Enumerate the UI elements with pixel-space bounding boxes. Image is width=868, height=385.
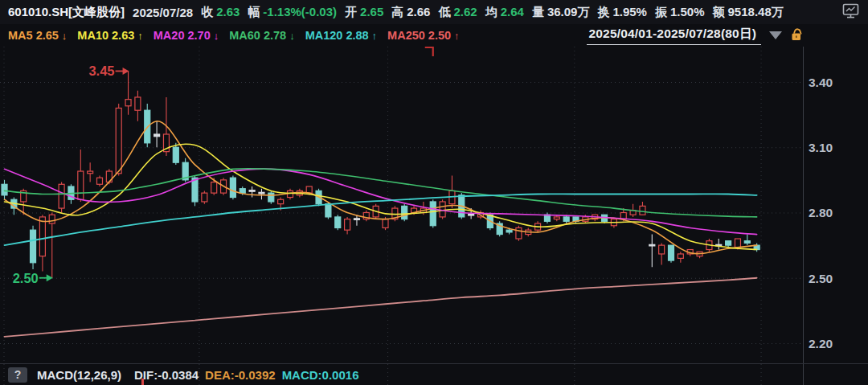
ma-line-ma20 [5,169,757,234]
ma-legend-item[interactable]: MA202.70↓ [154,29,219,42]
date-range-label[interactable]: 2025/04/01-2025/07/28(80日) [587,26,761,45]
date-range-control: 2025/04/01-2025/07/28(80日) [587,26,860,45]
ma-trend-arrow-icon: ↓ [214,30,219,42]
quote-field-label: 换 [597,5,609,20]
quote-field: 开2.65 [345,5,383,20]
candle-body [430,202,436,226]
candle-body [659,245,665,254]
price-annotation-label: 3.45 [88,63,114,78]
candle-body [211,182,217,194]
ma-value: 2.63 [112,29,134,42]
candle-body [97,178,103,184]
ma-legend-item[interactable]: MA102.63↑ [77,29,142,42]
quote-field-label: 低 [438,5,450,20]
ma-legend-item[interactable]: MA602.78↓ [229,29,294,42]
candle-body [469,214,474,215]
macd-dea-value: DEA:-0.0392 [205,368,276,382]
candle-body [354,219,359,220]
unlock-icon[interactable] [790,27,804,44]
candle-body [192,178,198,202]
ma-value: 2.78 [264,29,286,42]
quote-field-value: 2.66 [407,5,430,18]
macd-bar: ? MACD(12,26,9) DIF:-0.0384 DEA:-0.0392 … [0,363,868,385]
quote-field-label: 振 [655,5,667,20]
quote-field: 量36.09万 [532,5,590,20]
ma-legend-item[interactable]: MA2502.50↑ [387,29,459,42]
quote-field: 高2.66 [391,5,430,20]
quote-field-label: 高 [391,5,403,20]
ma-items: MA52.65↓MA102.63↑MA202.70↓MA602.78↓MA120… [8,29,460,42]
macd-histogram-tick [141,379,144,385]
candle-body [116,109,121,174]
quote-field-value: 1.50% [670,5,705,18]
candle-body [125,100,131,106]
candle-body [383,219,388,228]
candle-body [744,241,750,244]
quote-field-value: -1.13%(-0.03) [263,5,337,18]
candle-body [735,239,740,248]
quote-field: 换1.95% [597,5,647,20]
ma-legend-item[interactable]: MA52.65↓ [8,29,67,42]
quote-field-value: 1.95% [612,5,647,18]
candle-body [554,217,559,219]
candle-body [173,147,178,162]
quote-field-label: 幅 [248,5,260,20]
monitor-icon[interactable] [842,3,860,22]
quote-bar: 601010.SH[文峰股份] 2025/07/28 收2.63幅-1.13%(… [0,0,868,24]
quote-field-value: 2.64 [501,5,524,18]
quote-field-value: 2.65 [360,5,383,18]
candle-body [649,244,655,246]
quote-field-label: 额 [713,5,725,20]
candle-body [726,241,731,245]
ma-legend-bar: MA52.65↓MA102.63↑MA202.70↓MA602.78↓MA120… [0,24,868,47]
price-annotation-label: 2.50 [13,271,39,285]
candle-body [88,171,93,174]
y-axis-tick-label: 2.80 [809,207,833,220]
candle-body [49,215,55,223]
candlestick-chart[interactable]: 3.403.102.802.502.203.452.50 [0,47,868,385]
ma-label: MA60 [229,29,260,42]
quote-field-label: 均 [485,5,497,20]
quote-field-label: 开 [345,5,357,20]
quote-field: 额9518.48万 [713,5,784,20]
quote-date: 2025/07/28 [133,6,193,19]
y-axis-tick-label: 3.40 [809,76,833,89]
candle-body [516,227,522,239]
ma-label: MA10 [77,29,108,42]
candle-body [278,199,284,203]
ma-value: 2.65 [36,29,59,42]
candle-body [335,217,341,228]
quote-field: 振1.50% [655,5,705,20]
candle-body [249,190,255,192]
macd-macd-value: MACD:0.0016 [282,368,359,382]
ma-trend-arrow-icon: ↓ [289,30,295,42]
candle-body [240,189,245,193]
y-axis-tick-label: 2.50 [809,272,833,285]
ma-label: MA5 [8,29,33,42]
symbol-name[interactable]: 601010.SH[文峰股份] [8,5,125,20]
ma-legend-item[interactable]: MA1202.88↑ [305,29,377,42]
ma-value: 2.88 [346,29,368,42]
ma-value: 2.50 [428,29,451,42]
candle-body [563,217,569,221]
ma-trend-arrow-icon: ↑ [137,30,143,42]
ma-trend-arrow-icon: ↑ [372,30,378,42]
ma-trend-arrow-icon: ↑ [454,30,460,42]
candle-body [402,206,407,219]
candle-body [678,254,683,258]
candle-body [154,134,160,137]
quote-field-value: 2.63 [216,5,240,18]
chevron-down-icon[interactable] [769,31,782,39]
quote-field-label: 收 [201,5,213,20]
candle-body [31,230,36,263]
ma-trend-arrow-icon: ↓ [62,30,68,42]
macd-indicator-name[interactable]: MACD(12,26,9) [37,368,121,382]
ma-label: MA120 [305,29,343,42]
candle-body [39,217,45,256]
quote-field-value: 9518.48万 [728,5,784,20]
candle-body [2,184,7,195]
help-icon[interactable]: ? [8,367,27,383]
quote-field-value: 36.09万 [547,5,590,20]
ma-line-ma250 [5,278,757,337]
candle-body [640,206,645,215]
